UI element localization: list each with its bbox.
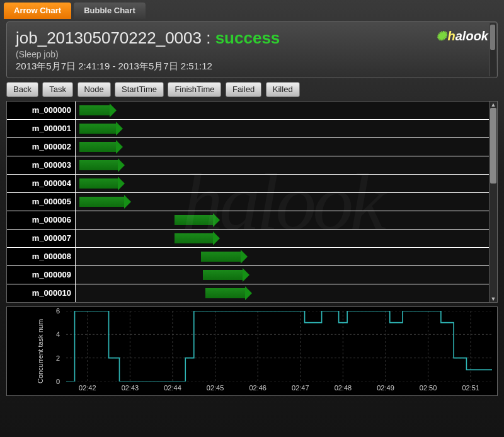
task-arrow[interactable]: [201, 252, 241, 262]
job-title-line: job_201305070222_0003 : success: [16, 28, 488, 48]
task-id-label: m_000006: [7, 211, 76, 229]
task-row: m_000006: [7, 211, 497, 230]
task-button[interactable]: Task: [42, 82, 73, 97]
task-arrow[interactable]: [203, 270, 243, 280]
killed-button[interactable]: Killed: [266, 82, 300, 97]
finishtime-button[interactable]: FinishTime: [168, 82, 221, 97]
task-arrow[interactable]: [175, 215, 213, 225]
header-scrollbar[interactable]: [489, 23, 496, 76]
xtick-label: 02:51: [462, 384, 479, 392]
task-arrow[interactable]: [79, 124, 116, 134]
task-arrow[interactable]: [79, 160, 118, 170]
xtick-label: 02:42: [79, 384, 96, 392]
xtick-label: 02:48: [335, 384, 352, 392]
starttime-button[interactable]: StartTime: [115, 82, 164, 97]
scroll-up-icon[interactable]: ▲: [490, 102, 497, 108]
task-arrow[interactable]: [79, 197, 124, 207]
task-row: m_000001: [7, 120, 497, 138]
job-header-panel: job_201305070222_0003 : success (Sleep j…: [6, 21, 498, 78]
job-name: (Sleep job): [16, 49, 488, 59]
ytick-label: 0: [56, 378, 60, 385]
task-id-label: m_000004: [7, 175, 76, 192]
job-status: success: [215, 28, 280, 47]
task-id-label: m_000000: [7, 102, 76, 119]
concurrency-ylabel: Concurrent task num: [37, 319, 44, 383]
task-row: m_000004: [7, 175, 497, 193]
arrow-chart-panel: m_000000m_000001m_000002m_000003m_000004…: [6, 101, 498, 303]
task-id-label: m_000001: [7, 120, 76, 137]
tab-bar: Arrow Chart Bubble Chart: [0, 0, 504, 19]
task-arrow[interactable]: [79, 178, 118, 189]
toolbar: Back Task Node StartTime FinishTime Fail…: [6, 82, 498, 97]
tab-bubble-chart[interactable]: Bubble Chart: [74, 3, 146, 19]
xtick-label: 02:47: [292, 384, 309, 392]
task-row: m_000009: [7, 266, 497, 284]
xtick-label: 02:45: [207, 384, 224, 392]
task-row: m_000008: [7, 248, 497, 266]
task-id-label: m_000005: [7, 193, 76, 211]
status-separator: :: [202, 28, 215, 47]
logo-icon: ✺: [436, 29, 447, 43]
task-arrow[interactable]: [79, 105, 110, 115]
task-id-label: m_000007: [7, 230, 76, 247]
task-arrow[interactable]: [79, 142, 116, 152]
task-id-label: m_000002: [7, 138, 76, 156]
concurrency-plot: [66, 311, 492, 382]
task-id-label: m_000003: [7, 156, 76, 174]
ytick-label: 2: [56, 354, 60, 362]
arrow-chart-scrollbar[interactable]: ▲ ▼: [489, 102, 497, 302]
task-row: m_000002: [7, 138, 497, 156]
xtick-label: 02:43: [122, 384, 139, 392]
task-row: m_000000: [7, 102, 497, 120]
tab-arrow-chart[interactable]: Arrow Chart: [4, 3, 71, 19]
app-logo: ✺halook: [436, 28, 488, 44]
concurrency-chart: Concurrent task num 02:4202:4302:4402:45…: [6, 306, 498, 396]
job-id: job_201305070222_0003: [16, 28, 202, 47]
node-button[interactable]: Node: [77, 82, 111, 97]
back-button[interactable]: Back: [6, 82, 38, 97]
task-row: m_000007: [7, 230, 497, 248]
task-row: m_000003: [7, 156, 497, 175]
task-arrow[interactable]: [205, 288, 245, 298]
xtick-label: 02:46: [249, 384, 266, 392]
task-id-label: m_000009: [7, 266, 76, 284]
job-time-range: 2013年5月7日 2:41:19 - 2013年5月7日 2:51:12: [16, 61, 488, 73]
task-arrow[interactable]: [175, 233, 213, 243]
concurrency-xaxis: 02:4202:4302:4402:4502:4602:4702:4802:49…: [66, 384, 492, 394]
scroll-down-icon[interactable]: ▼: [490, 296, 497, 302]
ytick-label: 6: [56, 307, 60, 315]
failed-button[interactable]: Failed: [226, 82, 261, 97]
scroll-thumb[interactable]: [490, 108, 496, 184]
xtick-label: 02:49: [377, 384, 394, 392]
ytick-label: 4: [56, 330, 60, 338]
task-row: m_000010: [7, 284, 497, 303]
xtick-label: 02:44: [164, 384, 181, 392]
task-id-label: m_000008: [7, 248, 76, 265]
task-id-label: m_000010: [7, 284, 76, 302]
task-row: m_000005: [7, 193, 497, 211]
xtick-label: 02:50: [420, 384, 437, 392]
